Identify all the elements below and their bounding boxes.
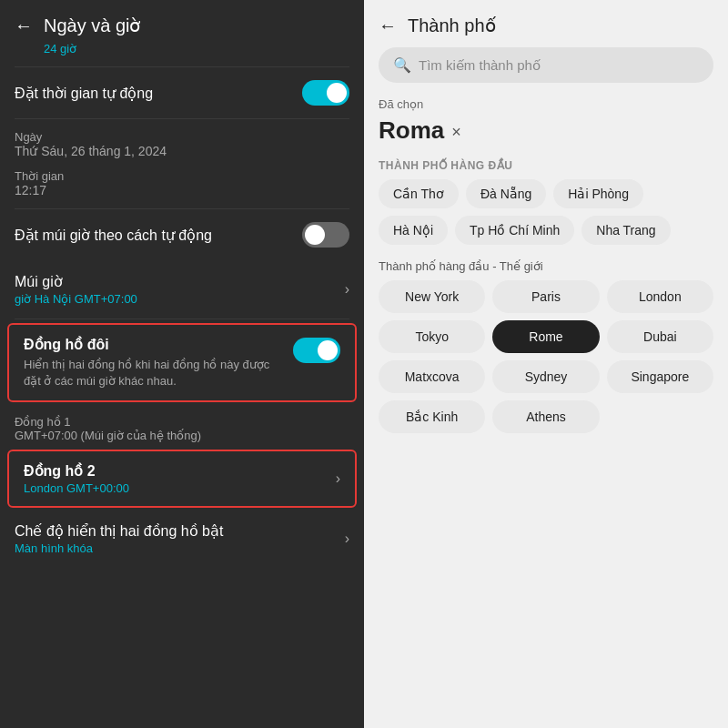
time-format-label: 24 giờ: [0, 40, 364, 66]
display-chevron: ›: [345, 531, 349, 547]
auto-time-row: Đặt thời gian tự động: [0, 67, 364, 118]
display-value: Màn hình khóa: [15, 541, 223, 555]
city-chip-ha-noi[interactable]: Hà Nội: [379, 216, 448, 245]
dual-clock-info: Đồng hồ đôi Hiển thị hai đồng hồ khi hai…: [24, 336, 293, 389]
search-icon: 🔍: [393, 56, 411, 74]
top-cities-row-2: Hà Nội Tp Hồ Chí Minh Nha Trang: [364, 216, 728, 252]
selected-city: Roma: [379, 116, 444, 145]
city-chip-hai-phong[interactable]: Hải Phòng: [553, 179, 643, 208]
clock2-row[interactable]: Đồng hồ 2 London GMT+00:00 ›: [9, 451, 355, 506]
tz-row[interactable]: Múi giờ giờ Hà Nội GMT+07:00 ›: [0, 260, 364, 318]
day-value: Thứ Sáu, 26 tháng 1, 2024: [15, 144, 167, 158]
left-panel: ← Ngày và giờ 24 giờ Đặt thời gian tự độ…: [0, 0, 364, 728]
clock2-box[interactable]: Đồng hồ 2 London GMT+00:00 ›: [7, 450, 357, 508]
selected-section: Đã chọn Roma ×: [364, 94, 728, 152]
tz-chevron: ›: [345, 281, 349, 298]
dual-clock-inner: Đồng hồ đôi Hiển thị hai đồng hồ khi hai…: [9, 325, 355, 400]
right-header: ← Thành phố: [364, 0, 728, 47]
right-panel: ← Thành phố 🔍 Tìm kiếm thành phố Đã chọn…: [364, 0, 728, 728]
display-label: Chế độ hiển thị hai đồng hồ bật: [15, 522, 223, 540]
world-chip-london[interactable]: London: [607, 280, 713, 313]
dual-clock-toggle[interactable]: [293, 338, 340, 363]
world-chip-bac-kinh[interactable]: Bắc Kinh: [379, 400, 485, 433]
clock2-value: London GMT+00:00: [24, 481, 129, 495]
city-chip-can-tho[interactable]: Cần Thơ: [379, 179, 459, 208]
clock1-label: Đồng hồ 1: [15, 415, 71, 429]
world-chip-new-york[interactable]: New York: [379, 280, 485, 313]
auto-tz-row: Đặt múi giờ theo cách tự động: [0, 209, 364, 260]
auto-tz-toggle[interactable]: [302, 222, 349, 248]
dual-clock-desc: Hiển thị hai đồng hồ khi hai đồng hồ này…: [24, 357, 282, 389]
world-city-grid: New York Paris London Tokyo Rome Dubai M…: [364, 280, 728, 440]
world-chip-matxcova[interactable]: Matxcova: [379, 360, 485, 393]
left-panel-title: Ngày và giờ: [44, 15, 141, 36]
display-info: Chế độ hiển thị hai đồng hồ bật Màn hình…: [15, 522, 223, 555]
world-section-title: Thành phố hàng đầu - Thế giới: [364, 252, 728, 280]
selected-chip-row: Roma ×: [379, 116, 713, 145]
top-cities-row: Cần Thơ Đà Nẵng Hải Phòng: [364, 179, 728, 216]
time-row: Thời gian 12:17: [0, 162, 364, 208]
world-chip-sydney[interactable]: Sydney: [492, 360, 599, 393]
time-value: 12:17: [15, 183, 46, 197]
clock2-info: Đồng hồ 2 London GMT+00:00: [24, 462, 129, 495]
auto-time-label: Đặt thời gian tự động: [15, 85, 153, 102]
clock1-value: GMT+07:00 (Múi giờ của hệ thống): [15, 429, 201, 442]
clock2-chevron: ›: [336, 470, 340, 487]
world-chip-paris[interactable]: Paris: [492, 280, 599, 313]
search-bar[interactable]: 🔍 Tìm kiếm thành phố: [379, 47, 713, 83]
city-chip-nha-trang[interactable]: Nha Trang: [581, 216, 670, 245]
world-chip-dubai[interactable]: Dubai: [607, 320, 713, 353]
world-chip-rome[interactable]: Rome: [492, 320, 599, 353]
world-chip-singapore[interactable]: Singapore: [607, 360, 713, 393]
auto-tz-label: Đặt múi giờ theo cách tự động: [15, 227, 212, 244]
left-header: ← Ngày và giờ: [0, 0, 364, 40]
dual-clock-label: Đồng hồ đôi: [24, 336, 282, 353]
selected-label: Đã chọn: [379, 97, 713, 111]
right-panel-title: Thành phố: [408, 15, 496, 36]
top-cities-section-title: THÀNH PHỐ HÀNG ĐẦU: [364, 152, 728, 179]
back-arrow-left[interactable]: ←: [15, 15, 33, 36]
tz-label: Múi giờ: [15, 273, 137, 290]
tz-info: Múi giờ giờ Hà Nội GMT+07:00: [15, 273, 137, 306]
back-arrow-right[interactable]: ←: [379, 15, 397, 36]
auto-time-toggle[interactable]: [302, 80, 349, 106]
search-input[interactable]: Tìm kiếm thành phố: [419, 57, 541, 74]
clock2-label: Đồng hồ 2: [24, 462, 129, 480]
dual-clock-box: Đồng hồ đôi Hiển thị hai đồng hồ khi hai…: [7, 323, 357, 402]
city-chip-da-nang[interactable]: Đà Nẵng: [466, 179, 546, 208]
tz-value: giờ Hà Nội GMT+07:00: [15, 292, 137, 306]
day-row: Ngày Thứ Sáu, 26 tháng 1, 2024: [0, 119, 364, 162]
world-chip-tokyo[interactable]: Tokyo: [379, 320, 485, 353]
world-chip-athens[interactable]: Athens: [492, 400, 599, 433]
clock1-row: Đồng hồ 1 GMT+07:00 (Múi giờ của hệ thốn…: [0, 406, 364, 446]
day-label: Ngày: [15, 130, 42, 144]
remove-selected-city-button[interactable]: ×: [451, 123, 461, 142]
display-row[interactable]: Chế độ hiển thị hai đồng hồ bật Màn hình…: [0, 511, 364, 566]
divider-4: [15, 318, 349, 319]
city-chip-hcm[interactable]: Tp Hồ Chí Minh: [455, 216, 574, 245]
time-label: Thời gian: [15, 169, 64, 183]
